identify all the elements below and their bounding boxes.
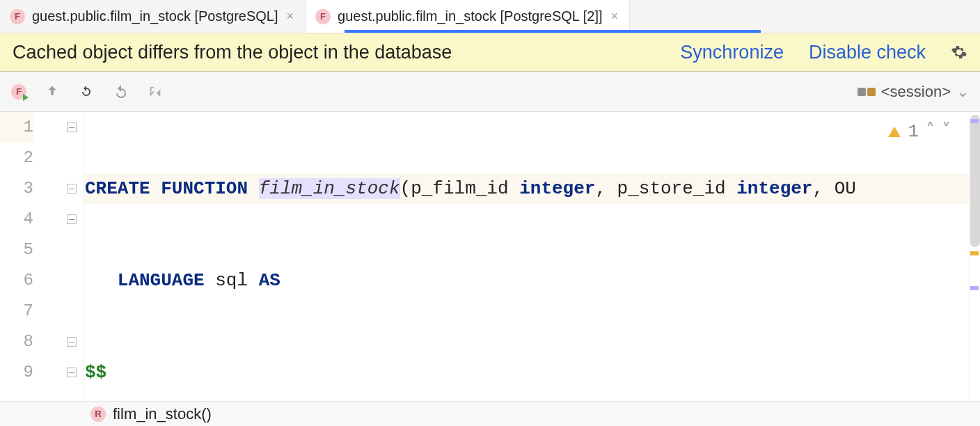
line-number: 5 [0,235,33,265]
session-label: <session> [881,83,951,101]
breadcrumb: R film_in_stock() [0,401,980,426]
gutter: 1 2 3 4 5 6 7 8 9 [0,112,70,401]
code-area[interactable]: CREATE FUNCTION film_in_stock(p_film_id … [70,112,969,401]
line-number: 4 [0,204,33,235]
marker-identifier[interactable] [970,119,979,123]
refresh-icon[interactable] [78,84,95,100]
editor-tab[interactable]: F guest.public.film_in_stock [PostgreSQL… [306,0,630,33]
active-tab-indicator [345,30,761,33]
line-number: 7 [0,296,33,326]
line-number: 9 [0,357,33,388]
tab-label: guest.public.film_in_stock [PostgreSQL [… [338,8,603,24]
function-file-icon: F [10,9,25,24]
session-icon [858,86,876,98]
code-line: $$ [85,357,969,388]
run-function-icon[interactable]: F [11,84,26,100]
error-stripe[interactable] [969,112,980,401]
chevron-down-icon: ⌄ [956,83,969,101]
routine-icon: R [90,407,106,422]
line-number: 1 [0,112,33,143]
close-icon[interactable]: × [610,9,620,24]
undo-icon[interactable] [113,84,129,100]
line-number: 8 [0,326,33,357]
line-number: 6 [0,265,33,296]
line-number: 2 [0,143,33,173]
disable-check-link[interactable]: Disable check [809,42,926,63]
function-file-icon: F [315,9,331,24]
notification-message: Cached object differs from the object in… [13,42,452,63]
marker-identifier[interactable] [970,286,979,290]
code-editor[interactable]: 1 2 3 4 5 6 7 8 9 CREATE FUNCTION film_i… [0,112,980,401]
step-into-icon[interactable] [148,84,163,100]
breadcrumb-item[interactable]: film_in_stock() [113,405,212,423]
code-line: 💡 LANGUAGE sql AS [85,265,969,296]
warning-icon [888,127,901,137]
tab-bar: F guest.public.film_in_stock [PostgreSQL… [0,0,980,33]
marker-warning[interactable] [970,251,979,255]
editor-toolbar: F <session> ⌄ [0,72,980,112]
chevron-up-icon[interactable]: ˄ [926,116,935,147]
inspection-widget[interactable]: 1 ˄ ˅ [884,115,955,148]
gear-icon[interactable] [951,44,967,61]
line-number: 3 [0,173,33,204]
notification-bar: Cached object differs from the object in… [0,33,980,72]
session-picker[interactable]: <session> ⌄ [858,83,969,101]
warning-count: 1 [908,116,919,147]
synchronize-link[interactable]: Synchronize [680,42,784,63]
code-line: CREATE FUNCTION film_in_stock(p_film_id … [85,173,969,204]
close-icon[interactable]: × [285,9,296,24]
scrollbar-thumb[interactable] [970,115,980,247]
tab-label: guest.public.film_in_stock [PostgreSQL] [32,8,278,24]
chevron-down-icon[interactable]: ˅ [942,116,951,147]
upload-icon[interactable] [45,84,60,100]
editor-tab[interactable]: F guest.public.film_in_stock [PostgreSQL… [0,0,306,33]
